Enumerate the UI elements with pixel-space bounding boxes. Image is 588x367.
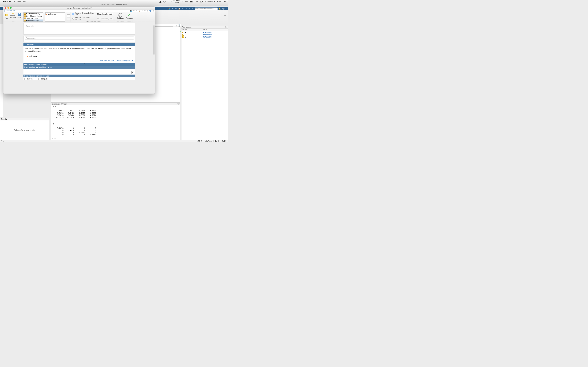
web-installer-name[interactable] xyxy=(97,13,113,15)
menubar-date[interactable]: Fri Mar 5 xyxy=(208,0,215,2)
qat-print-icon[interactable]: ⎙ xyxy=(147,10,149,12)
cmdwin-actions-icon[interactable]: ▾ xyxy=(178,103,180,105)
qat-copy-icon[interactable]: ⧉ xyxy=(136,10,138,12)
qat-help-icon[interactable]: ? xyxy=(149,10,151,12)
qat-cut-icon[interactable]: ✂ xyxy=(133,10,135,12)
col-value[interactable]: Value xyxy=(202,28,228,31)
check-icon: ✓ xyxy=(127,13,131,17)
details-chevron-icon[interactable]: ﹀ xyxy=(47,118,48,120)
installer-options-header[interactable]: ▶Additional installer options xyxy=(24,63,135,66)
installed-file[interactable]: setup.py xyxy=(38,78,48,80)
help-menu[interactable]: Help xyxy=(23,0,27,3)
qat-paste-icon[interactable]: 📋 xyxy=(138,10,141,12)
qat-undo-icon[interactable]: ↶ xyxy=(141,10,143,12)
addon-icon[interactable]: ⊕ xyxy=(191,8,194,10)
menubar-time[interactable]: 10:46:27 PM xyxy=(216,0,226,2)
save-button[interactable]: Save▼ xyxy=(17,12,22,20)
notif-icon[interactable]: 🔔 xyxy=(218,8,221,10)
signin-link[interactable]: Sign In xyxy=(222,8,227,9)
compiler-tabs: COMPILER 💾 ✂ ⧉ 📋 ↶ ↷ ⎙ ? ◉ xyxy=(3,9,155,12)
qat-more-icon[interactable]: ◉ xyxy=(152,10,154,12)
lib-icon xyxy=(24,15,26,17)
workspace-title: Workspace xyxy=(182,26,191,28)
busy-indicator xyxy=(1,140,2,142)
runtime-web-radio[interactable] xyxy=(72,13,74,15)
tab-compiler[interactable]: COMPILER xyxy=(4,9,17,12)
list-item[interactable]: Java Package xyxy=(24,17,43,19)
gear-icon xyxy=(119,13,122,17)
runtime-included-radio[interactable] xyxy=(72,18,74,19)
qat-save-icon[interactable]: 💾 xyxy=(130,10,132,12)
installed-file[interactable]: eigFunc xyxy=(25,78,34,80)
redo-icon[interactable]: ↷ xyxy=(185,8,187,10)
workspace-actions-icon[interactable]: ▾ xyxy=(225,26,227,28)
add-existing-sample-link[interactable]: Add Existing Sample xyxy=(117,59,133,61)
battery1-icon[interactable] xyxy=(190,0,193,2)
close-window-icon[interactable] xyxy=(5,7,6,9)
compiler-titlebar[interactable]: Library Compiler - untitled1.prj* xyxy=(3,7,155,9)
table-row[interactable]: V4x4 double xyxy=(182,36,228,38)
status-dropdown-icon[interactable]: ▼ xyxy=(3,141,4,142)
type-list[interactable]: C Shared Library C++ Shared Library Java… xyxy=(24,12,43,22)
minimize-window-icon[interactable] xyxy=(7,7,9,9)
svg-point-0 xyxy=(160,1,161,2)
group-label-package: PACKAGE xyxy=(125,20,134,22)
toolstrip-dropdown[interactable]: ▾ xyxy=(224,15,225,17)
col-name[interactable]: Name ▲ xyxy=(182,28,202,31)
toolstrip-collapse[interactable]: ▴ xyxy=(226,20,227,21)
open-project-button[interactable]: Open Project▼ xyxy=(10,12,16,20)
samples-section-header[interactable]: ▼Samples xyxy=(24,43,135,46)
control-center-icon[interactable]: ⠿ xyxy=(205,0,206,3)
paste-icon[interactable]: 📋 xyxy=(178,8,181,10)
bluetooth-icon[interactable]: ⋮ xyxy=(182,0,183,3)
settings-button[interactable]: Settings xyxy=(117,12,124,20)
add-required-file-button[interactable]: + xyxy=(131,71,134,74)
disclosure-right-icon: ▶ xyxy=(25,63,26,66)
runtime-web-label: Runtime downloaded from web xyxy=(75,12,96,16)
mac-menubar: MATLAB Window Help ✕ ⇅ 44 KB/s1 KB/s ⋮ 5… xyxy=(0,0,228,3)
list-item[interactable]: C Shared Library xyxy=(24,13,43,15)
toolstrip-collapse-icon[interactable]: ▴ xyxy=(154,12,154,14)
command-prompt[interactable]: fx>> xyxy=(52,137,56,139)
doc-search[interactable]: 🔍 Search Documentation xyxy=(195,8,217,10)
command-window[interactable]: Command Window▾ V = 0.0693 -0.4422 -0.81… xyxy=(51,102,180,140)
installed-files-header[interactable]: Files installed for your end user xyxy=(24,75,135,77)
scrollbar-thumb[interactable] xyxy=(153,25,155,55)
save-icon[interactable]: 💾 xyxy=(168,8,171,10)
required-files-box[interactable]: + xyxy=(24,69,135,75)
net-icon[interactable]: ⇅ xyxy=(170,0,172,3)
compiler-form-scroll[interactable]: Description Namespace ▼Samples Add MATLA… xyxy=(3,22,155,93)
exported-functions-list[interactable]: eigFunc.m xyxy=(45,12,65,22)
quick-access-toolbar: 💾 ✂ ⧉ 📋 ↶ ↷ ⎙ ? ◉ xyxy=(130,10,155,12)
exported-file[interactable]: eigFunc.m xyxy=(45,13,65,15)
app-menu[interactable]: MATLAB xyxy=(3,0,11,3)
doc-icon[interactable]: ? xyxy=(188,8,190,10)
file-icon xyxy=(25,78,26,80)
description-field[interactable]: Description xyxy=(25,24,134,31)
display-icon[interactable] xyxy=(163,0,165,2)
qat-redo-icon[interactable]: ↷ xyxy=(144,10,146,12)
tools-icon[interactable]: ✕ xyxy=(167,0,169,3)
battery2-icon[interactable] xyxy=(200,0,203,2)
user-icon[interactable] xyxy=(159,0,162,2)
required-files-header[interactable]: Files required for your library to run xyxy=(24,66,135,69)
cut-icon[interactable]: ✂ xyxy=(172,8,174,10)
list-item[interactable]: C++ Shared Library xyxy=(24,15,43,17)
namespace-field[interactable]: Namespace xyxy=(25,37,134,40)
table-row[interactable]: D4x4 double xyxy=(182,33,228,36)
code-analyzer-indicator xyxy=(180,31,181,32)
workspace-table: Name ▲Value A4x4 double D4x4 double V4x4… xyxy=(182,28,228,38)
new-button[interactable]: + New xyxy=(4,12,9,20)
package-button[interactable]: ✓Package xyxy=(126,12,133,20)
mcr-installer-name xyxy=(97,17,113,20)
zoom-window-icon[interactable] xyxy=(10,7,12,9)
copy-icon[interactable]: ⧉ xyxy=(175,8,177,10)
list-item[interactable]: Python Package xyxy=(24,19,43,22)
create-new-sample-link[interactable]: Create New Sample xyxy=(98,59,114,61)
remove-exported-button[interactable]: − xyxy=(67,18,70,20)
sample-file-row[interactable]: test_eig.m xyxy=(25,54,133,58)
window-menu[interactable]: Window xyxy=(14,0,21,3)
undo-icon[interactable]: ↶ xyxy=(182,8,184,10)
add-exported-button[interactable]: ＋ xyxy=(67,14,70,18)
table-row[interactable]: A4x4 double xyxy=(182,31,228,33)
